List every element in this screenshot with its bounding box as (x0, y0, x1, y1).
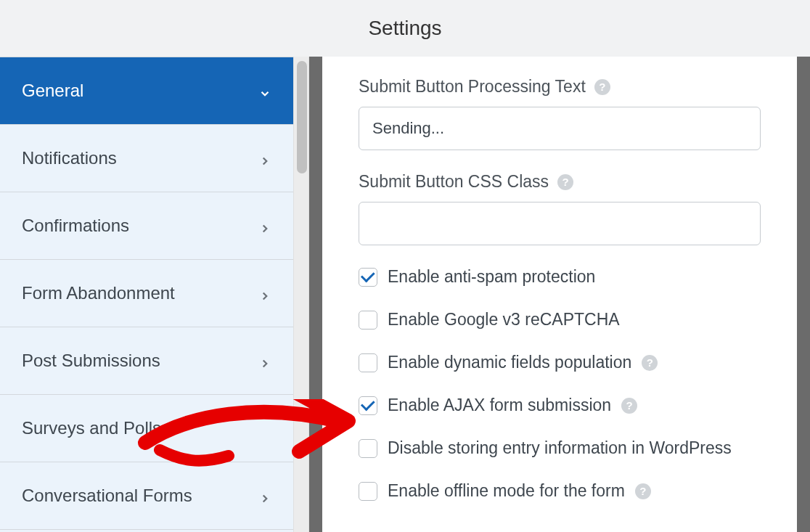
sidebar-item-notifications[interactable]: Notifications (0, 125, 293, 192)
content-wrap: General Notifications Confirmations Form… (0, 57, 810, 532)
sidebar-item-label: Confirmations (22, 216, 129, 236)
sidebar-item-label: Conversational Forms (22, 486, 192, 506)
sidebar-item-label: Post Submissions (22, 351, 160, 371)
checkbox-input[interactable] (359, 311, 377, 330)
css-class-group: Submit Button CSS Class ? (359, 172, 761, 245)
checkbox-input[interactable] (359, 439, 377, 458)
sidebar-item-label: Notifications (22, 148, 117, 168)
sidebar-item-label: General (22, 81, 83, 101)
page-title: Settings (368, 17, 441, 40)
chevron-right-icon (258, 489, 271, 502)
sidebar-item-conversational-forms[interactable]: Conversational Forms (0, 462, 293, 530)
chevron-down-icon (258, 84, 271, 97)
processing-text-group: Submit Button Processing Text ? (359, 77, 761, 150)
checkbox-disable-storing[interactable]: Disable storing entry information in Wor… (359, 438, 761, 458)
settings-main-panel: Submit Button Processing Text ? Submit B… (322, 57, 797, 532)
help-icon[interactable]: ? (621, 398, 637, 414)
help-icon[interactable]: ? (594, 79, 610, 95)
processing-text-label: Submit Button Processing Text (359, 77, 586, 97)
processing-text-input[interactable] (359, 107, 761, 150)
sidebar-item-general[interactable]: General (0, 57, 293, 125)
sidebar-scrollbar[interactable] (293, 57, 309, 532)
sidebar-item-confirmations[interactable]: Confirmations (0, 192, 293, 260)
page-header: Settings (0, 0, 810, 57)
css-class-label: Submit Button CSS Class (359, 172, 549, 192)
panel-divider (309, 57, 322, 532)
right-edge-bar (797, 57, 810, 532)
sidebar-item-label: Surveys and Polls (22, 418, 161, 438)
sidebar-item-form-abandonment[interactable]: Form Abandonment (0, 260, 293, 327)
checkbox-anti-spam[interactable]: Enable anti-spam protection (359, 267, 761, 287)
sidebar-item-label: Form Abandonment (22, 283, 175, 303)
settings-sidebar: General Notifications Confirmations Form… (0, 57, 293, 532)
checkbox-input[interactable] (359, 482, 377, 501)
checkbox-offline-mode[interactable]: Enable offline mode for the form ? (359, 481, 761, 501)
checkbox-label: Enable Google v3 reCAPTCHA (388, 310, 620, 330)
checkbox-label: Enable offline mode for the form (388, 481, 625, 501)
sidebar-item-surveys-polls[interactable]: Surveys and Polls (0, 395, 293, 462)
checkbox-ajax-submission[interactable]: Enable AJAX form submission ? (359, 396, 761, 415)
checkbox-label: Enable anti-spam protection (388, 267, 595, 287)
help-icon[interactable]: ? (642, 355, 658, 371)
checkbox-input[interactable] (359, 353, 377, 372)
checkbox-label: Enable dynamic fields population (388, 353, 631, 372)
checkbox-label: Enable AJAX form submission (388, 396, 611, 415)
scrollbar-thumb[interactable] (297, 61, 307, 173)
checkbox-recaptcha[interactable]: Enable Google v3 reCAPTCHA (359, 310, 761, 330)
sidebar-item-post-submissions[interactable]: Post Submissions (0, 327, 293, 395)
checkbox-input[interactable] (359, 268, 377, 287)
help-icon[interactable]: ? (635, 483, 651, 499)
checkbox-label: Disable storing entry information in Wor… (388, 438, 732, 458)
checkbox-input[interactable] (359, 396, 377, 415)
help-icon[interactable]: ? (557, 174, 573, 190)
checkbox-dynamic-fields[interactable]: Enable dynamic fields population ? (359, 353, 761, 372)
chevron-right-icon (258, 152, 271, 165)
chevron-right-icon (258, 287, 271, 300)
chevron-right-icon (258, 354, 271, 367)
chevron-right-icon (258, 219, 271, 232)
css-class-input[interactable] (359, 202, 761, 245)
